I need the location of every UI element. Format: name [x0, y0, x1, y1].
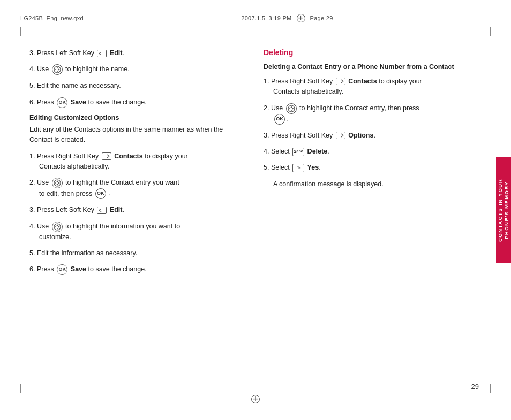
editing-step-4-suffix: to highlight the information you want to [65, 223, 180, 230]
ok-icon-e2: OK [95, 188, 106, 199]
delete-step-1-line2: Contacts alphabetically. [264, 88, 343, 95]
svg-marker-17 [290, 110, 292, 111]
deleting-sub-heading: Deleting a Contact Entry or a Phone Numb… [264, 62, 482, 72]
bottom-crosshair-plus: + [253, 394, 259, 404]
crosshair-circle [297, 14, 305, 22]
step-6-top-save: Save [71, 98, 86, 106]
delete-step-2: 2. Use to highlight the Contact entry, t… [264, 103, 482, 125]
editing-step-5-text: 5. Edit the information as necessary. [29, 249, 137, 257]
editing-step-4-line2: customize. [29, 233, 71, 241]
corner-mark-tr [481, 27, 491, 36]
editing-step-4: 4. Use to highlight the information you … [29, 222, 247, 242]
num2-icon-d4: 2abc [292, 148, 304, 156]
editing-step-2: 2. Use to highlight the Contact entry yo… [29, 178, 247, 199]
header-bar: LG245B_Eng_new.qxd 2007.1.5 3:19 PM Page… [20, 10, 491, 24]
delete-step-3: 3. Press Right Soft Key Options. [264, 131, 482, 141]
header-date: 2007.1.5 [241, 15, 265, 21]
deleting-heading: Deleting [264, 48, 482, 57]
svg-marker-18 [289, 108, 290, 109]
step-5-top: 5. Edit the name as necessary. [29, 81, 247, 91]
num1-icon-d5: 1▪ [292, 164, 304, 172]
side-tab: CONTACTS IN YOURPHONE'S MEMORY [496, 157, 511, 263]
step-4-top-text: 4. Use [29, 66, 51, 73]
svg-marker-7 [56, 184, 58, 186]
ok-icon-6t: OK [57, 97, 67, 108]
editing-step-6: 6. Press OK Save to save the change. [29, 264, 247, 275]
step-6-top: 6. Press OK Save to save the change. [29, 97, 247, 108]
svg-marker-13 [55, 226, 56, 227]
step-3-top-bold: Edit [110, 49, 123, 57]
editing-step-2-period: . [109, 190, 110, 197]
page-number: 29 [471, 383, 479, 391]
step-6-top-suffix: to save the change. [88, 98, 147, 106]
delete-step-5: 5. Select 1▪ Yes. [264, 163, 482, 173]
svg-marker-6 [56, 180, 58, 182]
editing-step-2-text: 2. Use [29, 179, 51, 187]
nav-icon-4t [52, 64, 63, 75]
rsoftkey-icon-d1 [336, 78, 345, 85]
editing-step-6-text: 6. Press [29, 266, 56, 273]
header-time: 3:19 PM [268, 15, 291, 21]
svg-marker-3 [55, 69, 56, 71]
delete-step-1-suffix: to display your [379, 78, 422, 85]
svg-marker-14 [58, 226, 60, 227]
editing-step-3-period: . [122, 206, 124, 213]
delete-step-3-options: Options [348, 132, 373, 139]
step-3-top-number: 3. Press Left Soft Key [29, 49, 96, 57]
rsoftkey-icon-e1 [102, 152, 111, 160]
editing-step-1: 1. Press Right Soft Key Contacts to disp… [29, 151, 247, 172]
editing-step-3: 3. Press Left Soft Key Edit. [29, 205, 247, 215]
editing-step-2-suffix: to highlight the Contact entry you want [65, 179, 179, 187]
step-6-top-text: 6. Press [29, 98, 56, 106]
delete-step-5-period: . [319, 164, 320, 171]
editing-step-2-line2: to edit, then press [29, 190, 94, 197]
page-divider [447, 381, 479, 381]
side-tab-text: CONTACTS IN YOURPHONE'S MEMORY [497, 178, 510, 241]
step-4-top-suffix: to highlight the name. [65, 66, 130, 73]
editing-step-5: 5. Edit the information as necessary. [29, 248, 247, 258]
step-3-top-period: . [122, 49, 124, 57]
delete-step-2-line2: OK. [264, 115, 288, 123]
delete-step-4-period: . [327, 148, 329, 155]
step-3-top: 3. Press Left Soft Key Edit. [29, 48, 247, 58]
editing-step-6-save: Save [71, 266, 86, 273]
editing-step-6-suffix: to save the change. [88, 266, 147, 273]
delete-step-2-suffix: to highlight the Contact entry, then pre… [299, 104, 419, 112]
editing-step-1-suffix: to display your [145, 152, 188, 160]
svg-marker-8 [55, 182, 56, 184]
main-content: 3. Press Left Soft Key Edit. 4. Use to h… [29, 43, 482, 388]
nav-icon-d2 [286, 103, 297, 114]
delete-step-1: 1. Press Right Soft Key Contacts to disp… [264, 77, 482, 97]
svg-marker-1 [56, 67, 58, 68]
rsoftkey-icon-d3 [336, 132, 345, 139]
svg-marker-4 [58, 69, 60, 71]
confirm-note: A confirmation message is displayed. [264, 179, 482, 189]
delete-step-1-text: 1. Press Right Soft Key [264, 78, 335, 85]
ok-icon-e6: OK [57, 264, 67, 275]
delete-step-4: 4. Select 2abc Delete. [264, 147, 482, 157]
delete-step-5-yes: Yes [307, 164, 319, 171]
svg-marker-12 [56, 228, 58, 230]
header-center: 2007.1.5 3:19 PM Page 29 [241, 12, 333, 24]
delete-step-5-text: 5. Select [264, 164, 291, 171]
editing-body-text: Edit any of the Contacts options in the … [29, 125, 247, 146]
lsoftkey-icon-3t [97, 50, 107, 57]
delete-step-3-text: 3. Press Right Soft Key [264, 132, 335, 139]
delete-step-1-contacts: Contacts [348, 78, 377, 85]
corner-mark-bl [20, 384, 30, 393]
editing-customized-heading: Editing Customized Options [29, 114, 247, 121]
corner-mark-tl [20, 27, 30, 36]
crosshair-icon [295, 12, 307, 24]
editing-step-1-line2: Contacts alphabetically. [29, 163, 109, 170]
nav-icon-e2 [52, 178, 63, 188]
lsoftkey-icon-e3 [97, 207, 107, 214]
corner-mark-br [481, 384, 491, 393]
svg-marker-19 [292, 108, 294, 109]
ok-icon-d2: OK [274, 114, 285, 125]
svg-marker-9 [58, 182, 60, 184]
left-column: 3. Press Left Soft Key Edit. 4. Use to h… [29, 43, 247, 388]
step-5-top-text: 5. Edit the name as necessary. [29, 82, 121, 89]
step-4-top: 4. Use to highlight the name. [29, 64, 247, 75]
delete-step-3-period: . [373, 132, 375, 139]
header-file-info: LG245B_Eng_new.qxd [20, 15, 84, 21]
